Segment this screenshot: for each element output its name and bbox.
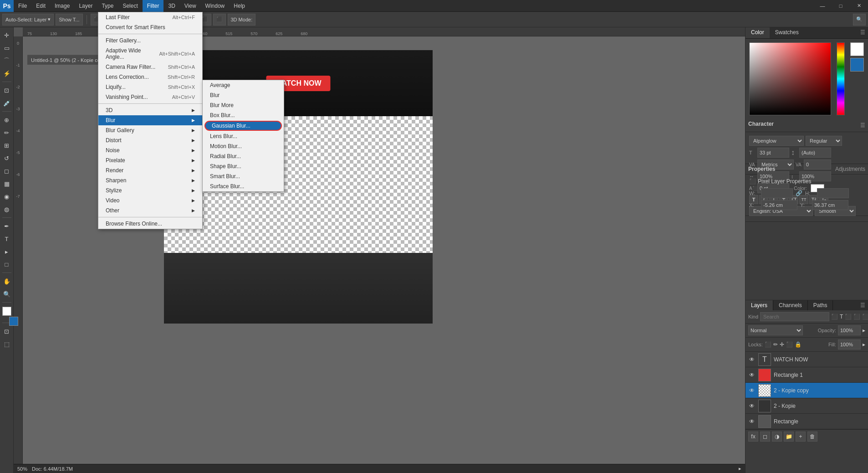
move-tool-options[interactable]: Auto-Select: Layer▾ — [2, 14, 54, 26]
font-family-select[interactable]: Alpenglow — [749, 136, 804, 146]
menu-type[interactable]: Type — [97, 0, 118, 12]
layer-visibility-kopie-copy[interactable]: 👁 — [748, 387, 756, 394]
menu-filter[interactable]: Filter — [143, 0, 164, 12]
layers-panel-menu[interactable]: ☰ — [858, 300, 868, 310]
blur-smart[interactable]: Smart Blur... — [203, 171, 284, 181]
filter-vanishing-point[interactable]: Vanishing Point... Alt+Ctrl+V — [98, 92, 202, 102]
hand-tool[interactable]: ✋ — [1, 275, 13, 287]
distribute-right[interactable]: ⬛ — [213, 14, 226, 26]
lock-image-pixels[interactable]: ✏ — [773, 341, 778, 348]
blur-more[interactable]: Blur More — [203, 100, 284, 110]
menu-help[interactable]: Help — [229, 0, 250, 12]
filter-render[interactable]: Render — [98, 165, 202, 175]
filter-stylize[interactable]: Stylize — [98, 185, 202, 195]
filter-icon-4[interactable]: ⬛ — [853, 314, 860, 320]
blur-shape[interactable]: Shape Blur... — [203, 161, 284, 171]
color-panel-menu[interactable]: ☰ — [858, 27, 868, 38]
fill-input[interactable] — [838, 339, 861, 350]
status-arrow[interactable]: ▸ — [739, 466, 741, 472]
layer-visibility-rectangle1[interactable]: 👁 — [748, 371, 756, 379]
filter-blur-gallery[interactable]: Blur Gallery — [98, 125, 202, 135]
foreground-color-box[interactable] — [850, 42, 864, 56]
filter-lens-correction[interactable]: Lens Correction... Shift+Ctrl+R — [98, 72, 202, 82]
eyedropper-tool[interactable]: 💉 — [1, 97, 13, 109]
color-gradient-picker[interactable] — [749, 42, 831, 115]
filter-browse-online[interactable]: Browse Filters Online... — [98, 219, 202, 229]
tab-layers[interactable]: Layers — [745, 300, 773, 310]
filter-sharpen[interactable]: Sharpen — [98, 175, 202, 185]
layer-item-kopie-copy[interactable]: 👁 2 - Kopie copy — [745, 383, 868, 398]
filter-camera-raw[interactable]: Camera Raw Filter... Shift+Ctrl+A — [98, 62, 202, 72]
maximize-button[interactable]: □ — [832, 0, 850, 12]
fill-arrow[interactable]: ▸ — [863, 341, 865, 348]
menu-file[interactable]: File — [14, 0, 31, 12]
filter-icon-5[interactable]: ⬛ — [862, 314, 868, 320]
menu-edit[interactable]: Edit — [31, 0, 50, 12]
blur-motion[interactable]: Motion Blur... — [203, 141, 284, 151]
search-button[interactable]: 🔍 — [853, 14, 866, 26]
blur-gaussian[interactable]: Gaussian Blur... — [204, 121, 282, 131]
blur-tool[interactable]: ◉ — [1, 190, 13, 202]
filter-gallery[interactable]: Filter Gallery... — [98, 36, 202, 46]
blur-surface[interactable]: Surface Blur... — [203, 181, 284, 191]
eraser-tool[interactable]: ◻ — [1, 165, 13, 177]
opacity-arrow[interactable]: ▸ — [863, 327, 865, 334]
move-tool[interactable]: ✛ — [1, 29, 13, 41]
3d-mode[interactable]: 3D Mode: — [228, 14, 256, 26]
path-selection-tool[interactable]: ▸ — [1, 246, 13, 257]
color-picker-area[interactable] — [745, 39, 868, 119]
brush-tool[interactable]: ✏ — [1, 127, 13, 139]
blur-box[interactable]: Box Blur... — [203, 110, 284, 120]
lock-position[interactable]: ✛ — [780, 341, 784, 348]
minimize-button[interactable]: — — [813, 0, 832, 12]
pen-tool[interactable]: ✒ — [1, 220, 13, 232]
layer-item-rectangle1[interactable]: 👁 Rectangle 1 — [745, 367, 868, 383]
opacity-input[interactable] — [838, 325, 861, 335]
font-size-input[interactable] — [757, 148, 789, 158]
menu-select[interactable]: Select — [118, 0, 142, 12]
delete-layer-button[interactable]: 🗑 — [807, 432, 817, 442]
line-height-input[interactable] — [799, 148, 831, 158]
layer-fx-button[interactable]: fx — [748, 432, 758, 442]
tab-paths[interactable]: Paths — [808, 300, 833, 310]
filter-pixelate[interactable]: Pixelate — [98, 155, 202, 165]
filter-liquify[interactable]: Liquify... Shift+Ctrl+X — [98, 82, 202, 92]
tab-channels[interactable]: Channels — [773, 300, 808, 310]
adjustment-layer-button[interactable]: ◑ — [772, 432, 782, 442]
layer-visibility-watch-now[interactable]: 👁 — [748, 356, 756, 363]
filter-video[interactable]: Video — [98, 195, 202, 206]
tracking-input[interactable] — [804, 159, 831, 170]
blur-lens[interactable]: Lens Blur... — [203, 131, 284, 141]
add-mask-button[interactable]: ◻ — [760, 432, 770, 442]
filter-noise[interactable]: Noise — [98, 145, 202, 155]
menu-layer[interactable]: Layer — [74, 0, 97, 12]
lasso-tool[interactable]: ⌒ — [1, 55, 13, 67]
blur-radial[interactable]: Radial Blur... — [203, 151, 284, 161]
background-color[interactable] — [9, 317, 18, 326]
filter-distort[interactable]: Distort — [98, 135, 202, 145]
filter-convert-smart[interactable]: Convert for Smart Filters — [98, 22, 202, 32]
filter-icon-1[interactable]: ⬛ — [831, 314, 838, 320]
layer-visibility-rectangle[interactable]: 👁 — [748, 418, 756, 425]
new-layer-button[interactable]: + — [796, 432, 806, 442]
layer-item-rectangle[interactable]: 👁 Rectangle — [745, 414, 868, 429]
screen-mode[interactable]: ⬚ — [1, 338, 13, 350]
lock-all[interactable]: 🔒 — [795, 341, 802, 348]
background-color-box[interactable] — [850, 58, 864, 72]
filter-last-filter[interactable]: Last Filter Alt+Ctrl+F — [98, 12, 202, 22]
filter-other[interactable]: Other — [98, 206, 202, 216]
gradient-tool[interactable]: ▦ — [1, 178, 13, 190]
menu-3d[interactable]: 3D — [163, 0, 179, 12]
menu-image[interactable]: Image — [50, 0, 74, 12]
font-style-select[interactable]: Regular — [806, 136, 842, 146]
quick-mask-toggle[interactable]: ⊡ — [1, 325, 13, 337]
show-transform-checkbox[interactable]: Show T... — [56, 14, 82, 26]
layer-visibility-kopie[interactable]: 👁 — [748, 402, 756, 410]
foreground-color[interactable] — [2, 307, 11, 316]
dodge-tool[interactable]: ◍ — [1, 203, 13, 215]
new-group-button[interactable]: 📁 — [784, 432, 794, 442]
close-button[interactable]: ✕ — [850, 0, 868, 12]
clone-stamp-tool[interactable]: ⊞ — [1, 139, 13, 151]
tab-swatches[interactable]: Swatches — [770, 27, 804, 38]
crop-tool[interactable]: ⊡ — [1, 84, 13, 96]
